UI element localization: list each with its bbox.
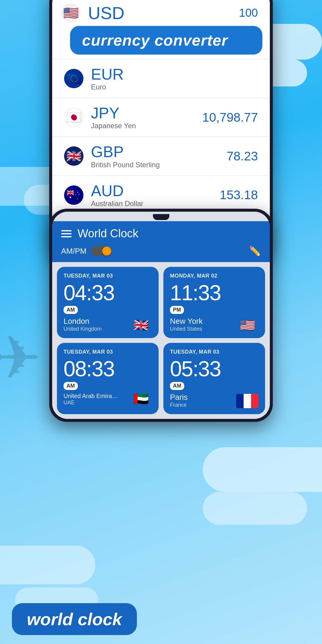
france-red	[251, 394, 258, 408]
world-clock-phone: World Clock AM/PM ✏️ TUESDAY, MAR 03	[49, 209, 273, 422]
notch	[153, 214, 169, 220]
gbp-row[interactable]: 🇬🇧 GBP British Pound Sterling 78.23	[52, 137, 270, 175]
usd-header-row: 🇺🇸 USD 100	[52, 0, 270, 26]
aud-code: AUD	[91, 182, 220, 199]
london-flag: 🇬🇧	[130, 318, 152, 332]
clock-card-paris[interactable]: TUESDAY, MAR 03 05:33 AM Paris France	[163, 343, 265, 414]
ampm-toggle[interactable]	[91, 246, 112, 256]
aud-flag: 🇦🇺	[64, 185, 83, 205]
clock-grid: TUESDAY, MAR 03 04:33 AM London United K…	[52, 262, 270, 419]
paris-city: Paris	[170, 393, 236, 402]
jpy-code: JPY	[91, 105, 202, 122]
currency-banner-text: currency converter	[82, 32, 228, 49]
jpy-flag: 🇯🇵	[64, 108, 83, 127]
aud-value: 153.18	[220, 188, 258, 202]
hamburger-menu[interactable]	[61, 230, 72, 237]
jpy-value: 10,798.77	[202, 110, 258, 125]
eur-flag: 🇪🇺	[64, 69, 83, 88]
edit-button[interactable]: ✏️	[249, 245, 261, 257]
paris-time: 05:33	[170, 358, 258, 380]
newyork-city: New York	[170, 317, 236, 326]
jpy-row[interactable]: 🇯🇵 JPY Japanese Yen 10,798.77	[52, 98, 270, 137]
usd-value: 100	[239, 7, 258, 19]
eur-name: Euro	[91, 83, 258, 91]
london-ampm: AM	[64, 306, 78, 314]
uae-ampm: AM	[64, 382, 78, 390]
jpy-name: Japanese Yen	[91, 122, 202, 130]
newyork-ampm: PM	[170, 306, 184, 314]
paris-ampm: AM	[170, 382, 184, 390]
world-clock-label-text: world clock	[27, 609, 122, 629]
newyork-time: 11:33	[170, 282, 258, 304]
world-clock-title: World Clock	[78, 227, 138, 240]
toggle-knob	[102, 247, 111, 256]
gbp-code: GBP	[91, 143, 227, 160]
newyork-country: United States	[170, 326, 236, 332]
newyork-date: MONDAY, MAR 02	[170, 273, 258, 279]
phone-notch-area	[52, 212, 270, 221]
france-blue	[236, 394, 244, 408]
paris-date: TUESDAY, MAR 03	[170, 349, 258, 355]
currency-converter-banner: currency converter	[70, 26, 262, 55]
paris-flag	[236, 394, 258, 408]
clock-card-uae[interactable]: TUESDAY, MAR 03 08:33 AM United Arab Emi…	[57, 343, 159, 414]
uae-city: United Arab Emira...	[64, 393, 130, 400]
world-clock-header: World Clock AM/PM ✏️	[52, 221, 270, 262]
gbp-name: British Pound Sterling	[91, 161, 227, 169]
london-country: United Kingdom	[64, 326, 130, 332]
world-clock-label: world clock	[12, 603, 137, 635]
uae-time: 08:33	[64, 358, 152, 380]
uae-flag: 🇦🇪	[130, 391, 152, 406]
newyork-flag: 🇺🇸	[236, 318, 258, 332]
gbp-value: 78.23	[227, 149, 258, 163]
ampm-label: AM/PM	[61, 247, 86, 256]
london-date: TUESDAY, MAR 03	[64, 273, 152, 279]
clock-card-london[interactable]: TUESDAY, MAR 03 04:33 AM London United K…	[57, 267, 159, 338]
gbp-flag: 🇬🇧	[64, 146, 83, 166]
aud-name: Australian Dollar	[91, 199, 220, 208]
france-white	[244, 394, 251, 408]
clock-card-newyork[interactable]: MONDAY, MAR 02 11:33 PM New York United …	[163, 267, 265, 338]
usd-flag: 🇺🇸	[61, 3, 80, 23]
london-time: 04:33	[64, 282, 152, 304]
paris-country: France	[170, 402, 236, 408]
eur-code: EUR	[91, 66, 258, 83]
london-city: London	[64, 317, 130, 326]
uae-country: UAE	[64, 400, 130, 406]
eur-row[interactable]: 🇪🇺 EUR Euro	[52, 59, 270, 98]
usd-code: USD	[88, 3, 239, 23]
uae-date: TUESDAY, MAR 03	[64, 349, 152, 355]
